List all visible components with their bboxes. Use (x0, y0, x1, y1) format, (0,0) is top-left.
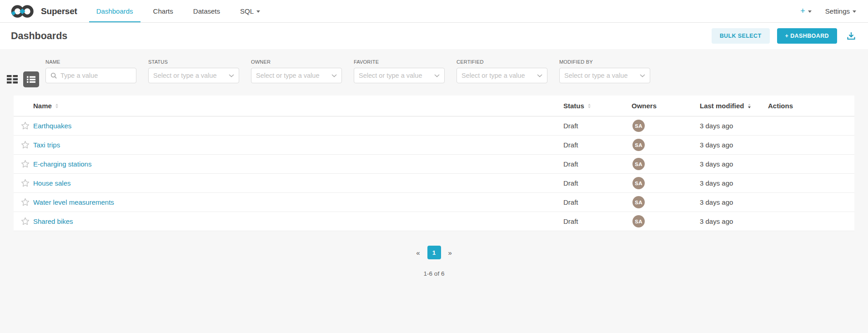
settings-menu-button[interactable]: Settings (825, 7, 856, 15)
dashboard-link[interactable]: House sales (33, 179, 71, 187)
caret-down-icon (853, 10, 856, 13)
status-text: Draft (563, 160, 578, 168)
status-filter-select[interactable]: Select or type a value (148, 68, 239, 83)
dashboard-link[interactable]: Water level measurements (33, 198, 114, 206)
dashboard-link[interactable]: Taxi trips (33, 141, 60, 149)
list-view-icon (27, 75, 35, 84)
sort-icon (588, 104, 591, 108)
filter-certified: CERTIFIED Select or type a value (457, 59, 547, 83)
filter-label: FAVORITE (354, 59, 445, 65)
main-nav: Dashboards Charts Datasets SQL (96, 0, 280, 22)
table-row: House sales Draft SA 3 days ago (14, 174, 854, 193)
column-header-last-modified[interactable]: Last modified (700, 102, 768, 110)
new-item-menu-button[interactable]: + (800, 6, 812, 16)
chevron-down-icon (434, 74, 440, 77)
dashboard-link[interactable]: E-charging stations (33, 160, 91, 168)
favorite-filter-select[interactable]: Select or type a value (354, 68, 445, 83)
status-text: Draft (563, 198, 578, 206)
favorite-star-button[interactable] (21, 160, 30, 168)
table-row: Earthquakes Draft SA 3 days ago (14, 116, 854, 136)
download-icon (846, 31, 856, 41)
page-title: Dashboards (11, 30, 67, 42)
column-header-owners: Owners (632, 102, 700, 110)
owner-avatar: SA (632, 196, 645, 208)
star-icon (21, 160, 30, 168)
nav-item-charts[interactable]: Charts (153, 0, 173, 22)
bulk-select-button[interactable]: BULK SELECT (712, 28, 770, 44)
navbar-right: + Settings (800, 0, 856, 22)
owner-filter-select[interactable]: Select or type a value (251, 68, 342, 83)
table-header-row: Name Status Owners Last modified (14, 96, 854, 116)
filter-bar: NAME STATUS Select or type a value (0, 59, 868, 87)
plus-icon: + (800, 6, 805, 16)
brand[interactable]: Superset (10, 0, 77, 22)
column-header-actions: Actions (768, 102, 854, 110)
column-header-name[interactable]: Name (33, 102, 563, 110)
last-modified-text: 3 days ago (700, 141, 733, 149)
results-summary: 1-6 of 6 (0, 270, 868, 277)
favorite-star-button[interactable] (21, 121, 30, 130)
pagination: « 1 » (0, 246, 868, 259)
nav-item-sql[interactable]: SQL (240, 0, 260, 22)
list-view-toggle[interactable] (23, 71, 39, 87)
import-dashboards-button[interactable] (846, 31, 856, 41)
last-modified-text: 3 days ago (700, 122, 733, 130)
nav-item-dashboards[interactable]: Dashboards (96, 0, 133, 22)
filter-status: STATUS Select or type a value (148, 59, 239, 83)
chevron-down-icon (331, 74, 337, 77)
owner-avatar: SA (632, 120, 645, 132)
name-filter-control[interactable] (45, 68, 136, 83)
dashboard-link[interactable]: Shared bikes (33, 217, 73, 225)
filter-label: NAME (45, 59, 136, 65)
subheader-actions: BULK SELECT + DASHBOARD (712, 28, 856, 44)
superset-logo-icon (10, 4, 36, 19)
owner-avatar: SA (632, 215, 645, 227)
card-view-toggle[interactable] (7, 75, 18, 84)
nav-item-datasets[interactable]: Datasets (193, 0, 220, 22)
next-page-button[interactable]: » (447, 248, 454, 257)
top-navbar: Superset Dashboards Charts Datasets SQL … (0, 0, 868, 23)
view-toggles (7, 71, 39, 87)
dashboard-link[interactable]: Earthquakes (33, 122, 71, 130)
table-row: Water level measurements Draft SA 3 days… (14, 193, 854, 212)
last-modified-text: 3 days ago (700, 179, 733, 187)
page-subheader: Dashboards BULK SELECT + DASHBOARD (0, 23, 868, 49)
search-icon (50, 72, 57, 79)
sort-desc-icon (748, 104, 751, 108)
star-icon (21, 121, 30, 130)
last-modified-text: 3 days ago (700, 160, 733, 168)
filter-owner: OWNER Select or type a value (251, 59, 342, 83)
star-icon (21, 217, 30, 226)
last-modified-text: 3 days ago (700, 198, 733, 206)
star-icon (21, 198, 30, 207)
filter-label: CERTIFIED (457, 59, 547, 65)
column-header-status[interactable]: Status (563, 102, 632, 110)
name-filter-input[interactable] (60, 72, 131, 79)
chevron-down-icon (640, 74, 645, 77)
chevron-down-icon (537, 74, 542, 77)
filter-label: STATUS (148, 59, 239, 65)
favorite-star-button[interactable] (21, 217, 30, 226)
brand-name: Superset (41, 6, 77, 16)
last-modified-text: 3 days ago (700, 217, 733, 225)
prev-page-button[interactable]: « (414, 248, 421, 257)
favorite-star-button[interactable] (21, 179, 30, 187)
status-text: Draft (563, 179, 578, 187)
table-row: Taxi trips Draft SA 3 days ago (14, 136, 854, 155)
certified-filter-select[interactable]: Select or type a value (457, 68, 547, 83)
favorite-star-button[interactable] (21, 141, 30, 149)
caret-down-icon (256, 10, 260, 13)
modified-by-filter-select[interactable]: Select or type a value (559, 68, 650, 83)
caret-down-icon (808, 10, 812, 13)
sort-icon (55, 104, 58, 108)
dashboards-table: Name Status Owners Last modified (14, 96, 854, 231)
filter-name: NAME (45, 59, 136, 83)
owner-avatar: SA (632, 177, 645, 189)
page-1-button[interactable]: 1 (427, 246, 441, 259)
star-icon (21, 141, 30, 149)
new-dashboard-button[interactable]: + DASHBOARD (777, 28, 837, 44)
filter-label: MODIFIED BY (559, 59, 650, 65)
favorite-star-button[interactable] (21, 198, 30, 207)
status-text: Draft (563, 217, 578, 225)
status-text: Draft (563, 141, 578, 149)
